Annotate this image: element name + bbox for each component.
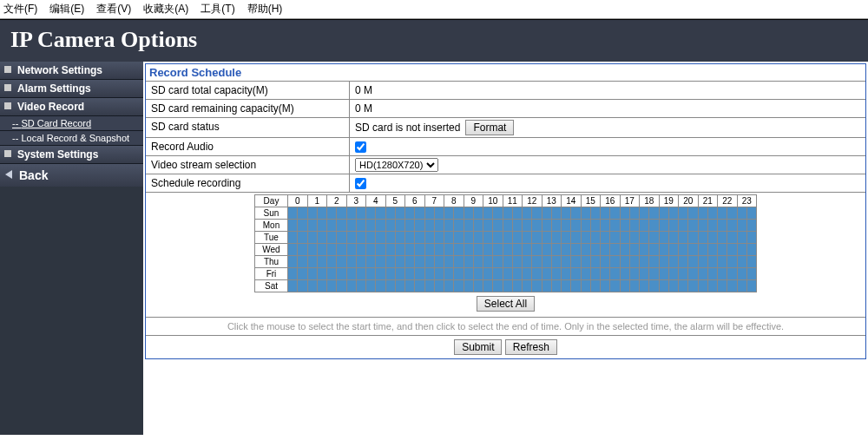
schedule-slot[interactable]: [707, 280, 717, 292]
sidebar-item[interactable]: Alarm Settings: [0, 80, 143, 98]
schedule-slot[interactable]: [737, 256, 746, 268]
schedule-slot[interactable]: [366, 244, 376, 256]
schedule-slot[interactable]: [483, 232, 493, 244]
schedule-slot[interactable]: [640, 256, 649, 268]
sidebar-item[interactable]: System Settings: [0, 146, 143, 164]
schedule-slot[interactable]: [688, 280, 698, 292]
schedule-slot[interactable]: [523, 207, 532, 220]
schedule-slot[interactable]: [698, 207, 707, 220]
schedule-slot[interactable]: [483, 220, 493, 232]
schedule-slot[interactable]: [551, 220, 561, 232]
sidebar-item[interactable]: Network Settings: [0, 62, 143, 80]
schedule-slot[interactable]: [532, 280, 542, 292]
schedule-slot[interactable]: [464, 220, 473, 232]
schedule-slot[interactable]: [337, 280, 346, 292]
schedule-slot[interactable]: [307, 256, 317, 268]
schedule-slot[interactable]: [288, 256, 298, 268]
schedule-slot[interactable]: [718, 268, 727, 280]
schedule-slot[interactable]: [376, 232, 385, 244]
format-button[interactable]: Format: [465, 120, 514, 135]
schedule-slot[interactable]: [415, 244, 424, 256]
menu-item[interactable]: 工具(T): [201, 3, 234, 15]
schedule-slot[interactable]: [288, 244, 298, 256]
schedule-slot[interactable]: [493, 232, 503, 244]
schedule-slot[interactable]: [337, 268, 346, 280]
schedule-slot[interactable]: [424, 244, 434, 256]
schedule-slot[interactable]: [659, 232, 668, 244]
schedule-slot[interactable]: [415, 268, 424, 280]
schedule-slot[interactable]: [620, 268, 629, 280]
schedule-slot[interactable]: [493, 220, 503, 232]
schedule-slot[interactable]: [532, 220, 542, 232]
schedule-slot[interactable]: [601, 220, 610, 232]
schedule-slot[interactable]: [698, 268, 707, 280]
schedule-slot[interactable]: [610, 280, 620, 292]
schedule-slot[interactable]: [727, 280, 737, 292]
schedule-slot[interactable]: [679, 268, 688, 280]
schedule-slot[interactable]: [601, 232, 610, 244]
schedule-slot[interactable]: [493, 280, 503, 292]
schedule-slot[interactable]: [385, 232, 395, 244]
schedule-slot[interactable]: [629, 232, 639, 244]
schedule-slot[interactable]: [503, 220, 512, 232]
schedule-slot[interactable]: [317, 207, 326, 220]
schedule-slot[interactable]: [727, 232, 737, 244]
schedule-slot[interactable]: [562, 244, 571, 256]
schedule-slot[interactable]: [298, 207, 307, 220]
schedule-slot[interactable]: [337, 232, 346, 244]
schedule-slot[interactable]: [415, 280, 424, 292]
back-button[interactable]: Back: [0, 164, 143, 187]
schedule-slot[interactable]: [434, 280, 444, 292]
schedule-slot[interactable]: [327, 232, 337, 244]
schedule-slot[interactable]: [718, 280, 727, 292]
schedule-slot[interactable]: [288, 232, 298, 244]
schedule-slot[interactable]: [395, 280, 404, 292]
schedule-slot[interactable]: [376, 268, 385, 280]
schedule-slot[interactable]: [571, 256, 581, 268]
schedule-slot[interactable]: [298, 232, 307, 244]
schedule-slot[interactable]: [366, 256, 376, 268]
schedule-slot[interactable]: [688, 207, 698, 220]
schedule-slot[interactable]: [512, 244, 522, 256]
schedule-slot[interactable]: [503, 244, 512, 256]
schedule-slot[interactable]: [601, 207, 610, 220]
schedule-slot[interactable]: [581, 268, 590, 280]
schedule-slot[interactable]: [620, 256, 629, 268]
schedule-slot[interactable]: [746, 268, 756, 280]
schedule-slot[interactable]: [376, 244, 385, 256]
schedule-slot[interactable]: [562, 256, 571, 268]
schedule-slot[interactable]: [395, 220, 404, 232]
schedule-slot[interactable]: [727, 244, 737, 256]
schedule-slot[interactable]: [473, 244, 483, 256]
schedule-slot[interactable]: [483, 280, 493, 292]
schedule-slot[interactable]: [288, 207, 298, 220]
schedule-slot[interactable]: [503, 232, 512, 244]
schedule-slot[interactable]: [746, 256, 756, 268]
schedule-slot[interactable]: [395, 207, 404, 220]
schedule-slot[interactable]: [746, 280, 756, 292]
schedule-slot[interactable]: [746, 232, 756, 244]
schedule-slot[interactable]: [503, 256, 512, 268]
schedule-slot[interactable]: [493, 244, 503, 256]
schedule-slot[interactable]: [649, 280, 659, 292]
schedule-slot[interactable]: [415, 256, 424, 268]
schedule-slot[interactable]: [698, 256, 707, 268]
schedule-slot[interactable]: [298, 244, 307, 256]
schedule-slot[interactable]: [483, 244, 493, 256]
schedule-slot[interactable]: [346, 256, 356, 268]
schedule-slot[interactable]: [424, 232, 434, 244]
schedule-slot[interactable]: [356, 268, 365, 280]
schedule-slot[interactable]: [346, 280, 356, 292]
schedule-slot[interactable]: [317, 256, 326, 268]
schedule-slot[interactable]: [327, 244, 337, 256]
schedule-slot[interactable]: [590, 268, 600, 280]
schedule-slot[interactable]: [727, 256, 737, 268]
sidebar-subitem[interactable]: -- SD Card Record: [0, 116, 143, 131]
schedule-slot[interactable]: [610, 220, 620, 232]
schedule-slot[interactable]: [434, 232, 444, 244]
schedule-slot[interactable]: [551, 207, 561, 220]
schedule-slot[interactable]: [415, 232, 424, 244]
schedule-slot[interactable]: [424, 207, 434, 220]
schedule-slot[interactable]: [512, 207, 522, 220]
schedule-slot[interactable]: [571, 232, 581, 244]
